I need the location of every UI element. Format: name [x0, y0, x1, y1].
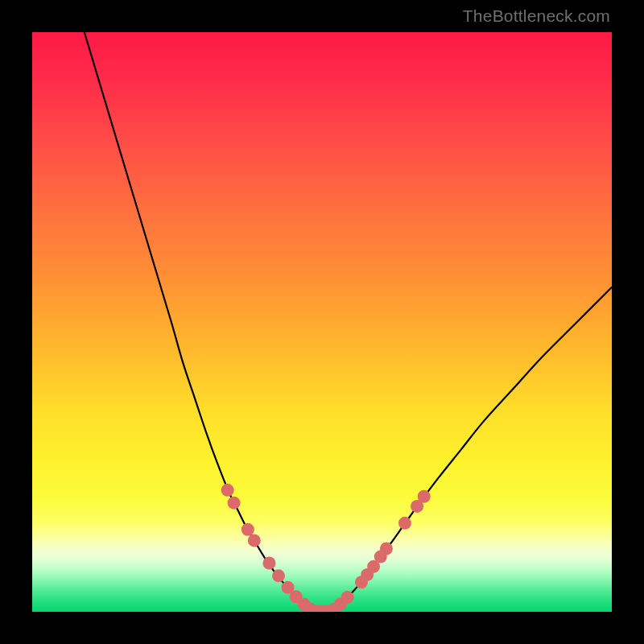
data-dot [418, 490, 431, 503]
data-dots [221, 484, 431, 612]
data-dot [228, 497, 241, 510]
data-dot [242, 523, 254, 536]
data-dot [221, 484, 234, 497]
watermark-text: TheBottleneck.com [463, 6, 610, 26]
data-dot [262, 557, 275, 570]
outer-frame: TheBottleneck.com [0, 0, 644, 644]
data-dot [380, 543, 393, 555]
data-dot [248, 534, 261, 547]
data-dot [398, 517, 411, 530]
data-dot [272, 569, 285, 582]
chart-svg [32, 32, 612, 612]
plot-area [32, 32, 612, 612]
data-dot [341, 591, 354, 604]
left-curve [85, 32, 316, 612]
